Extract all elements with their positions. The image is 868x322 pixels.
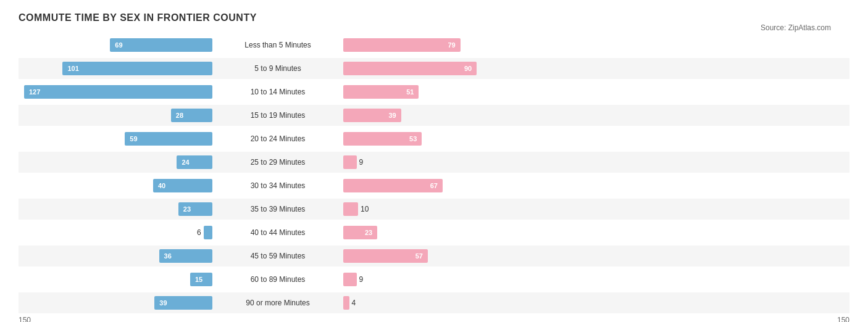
chart-wrapper: COMMUTE TIME BY SEX IN FRONTIER COUNTY S… (19, 12, 849, 322)
row-label-4: 20 to 24 Minutes (216, 134, 340, 143)
row-label-2: 10 to 14 Minutes (216, 88, 340, 96)
table-row: 24 25 to 29 Minutes 9 (19, 152, 849, 173)
right-section-3: 39 (340, 105, 537, 126)
female-value-7: 10 (361, 205, 369, 213)
female-value-5: 9 (359, 158, 364, 167)
female-value-11: 4 (352, 299, 356, 307)
male-value-11: 39 (157, 299, 169, 307)
left-section-3: 28 (19, 105, 216, 126)
left-section-2: 127 (19, 81, 216, 102)
table-row: 6 40 to 44 Minutes 23 (19, 222, 849, 243)
left-section-8: 6 (19, 222, 216, 243)
female-value-4: 53 (407, 135, 419, 142)
right-section-1: 90 (340, 58, 537, 79)
bar-female-11 (343, 296, 349, 310)
bar-female-2: 51 (343, 85, 419, 99)
left-section-7: 23 (19, 199, 216, 220)
male-value-1: 101 (65, 65, 81, 72)
row-label-8: 40 to 44 Minutes (216, 228, 340, 237)
male-value-9: 36 (162, 252, 174, 260)
left-section-11: 39 (19, 292, 216, 313)
table-row: 40 30 to 34 Minutes 67 (19, 175, 849, 196)
table-row: 36 45 to 59 Minutes 57 (19, 246, 849, 266)
female-value-0: 79 (445, 41, 457, 49)
row-label-1: 5 to 9 Minutes (216, 64, 340, 73)
table-row: 23 35 to 39 Minutes 10 (19, 199, 849, 220)
chart-area: 69 Less than 5 Minutes 79 101 5 to 9 Min… (19, 35, 849, 313)
right-section-2: 51 (340, 81, 537, 102)
male-value-8: 6 (197, 228, 201, 237)
left-section-1: 101 (19, 58, 216, 79)
right-section-8: 23 (340, 222, 537, 243)
table-row: 127 10 to 14 Minutes 51 (19, 81, 849, 102)
left-section-9: 36 (19, 246, 216, 266)
right-section-9: 57 (340, 246, 537, 266)
bar-male-3: 28 (171, 109, 212, 122)
female-value-10: 9 (359, 275, 364, 284)
bar-male-4: 59 (125, 132, 212, 146)
row-label-11: 90 or more Minutes (216, 299, 340, 307)
axis-right-label: 150 (837, 316, 849, 322)
right-section-5: 9 (340, 152, 537, 173)
left-section-10: 15 (19, 269, 216, 290)
female-value-2: 51 (404, 88, 416, 96)
bar-female-5 (343, 155, 357, 169)
bar-male-10: 15 (190, 273, 212, 286)
bar-male-11: 39 (154, 296, 212, 310)
left-section-4: 59 (19, 128, 216, 149)
male-value-10: 15 (193, 276, 205, 283)
bar-female-7 (343, 202, 358, 216)
female-value-3: 39 (386, 112, 398, 119)
right-section-10: 9 (340, 269, 537, 290)
bar-female-1: 90 (343, 62, 477, 75)
right-section-11: 4 (340, 292, 537, 313)
male-value-5: 24 (179, 159, 191, 166)
row-label-9: 45 to 59 Minutes (216, 252, 340, 260)
female-value-8: 23 (362, 229, 375, 236)
table-row: 69 Less than 5 Minutes 79 (19, 35, 849, 56)
table-row: 39 90 or more Minutes 4 (19, 292, 849, 313)
right-section-7: 10 (340, 199, 537, 220)
male-value-2: 127 (27, 88, 43, 96)
table-row: 101 5 to 9 Minutes 90 (19, 58, 849, 79)
right-section-0: 79 (340, 35, 537, 56)
male-value-3: 28 (173, 112, 186, 119)
table-row: 15 60 to 89 Minutes 9 (19, 269, 849, 290)
left-section-0: 69 (19, 35, 216, 56)
bar-male-1: 101 (62, 62, 212, 75)
right-section-6: 67 (340, 175, 537, 196)
chart-title: COMMUTE TIME BY SEX IN FRONTIER COUNTY (19, 12, 849, 23)
bar-female-6: 67 (343, 179, 443, 192)
left-section-6: 40 (19, 175, 216, 196)
bar-female-4: 53 (343, 132, 422, 146)
male-value-0: 69 (112, 41, 125, 49)
male-value-4: 59 (127, 135, 140, 142)
row-label-5: 25 to 29 Minutes (216, 158, 340, 167)
table-row: 59 20 to 24 Minutes 53 (19, 128, 849, 149)
row-label-10: 60 to 89 Minutes (216, 275, 340, 284)
axis-labels: 150 150 (19, 316, 849, 322)
male-value-7: 23 (181, 205, 193, 213)
bar-male-6: 40 (153, 179, 212, 192)
female-value-9: 57 (413, 252, 425, 260)
row-label-3: 15 to 19 Minutes (216, 111, 340, 120)
bar-male-0: 69 (110, 38, 212, 52)
source-label: Source: ZipAtlas.com (761, 23, 831, 32)
left-section-5: 24 (19, 152, 216, 173)
row-label-7: 35 to 39 Minutes (216, 205, 340, 213)
table-row: 28 15 to 19 Minutes 39 (19, 105, 849, 126)
male-value-6: 40 (156, 182, 168, 189)
bar-male-2: 127 (24, 85, 212, 99)
bar-female-0: 79 (343, 38, 461, 52)
female-value-6: 67 (428, 182, 440, 189)
right-section-4: 53 (340, 128, 537, 149)
axis-left-label: 150 (19, 316, 31, 322)
bar-female-8: 23 (343, 226, 377, 239)
row-label-0: Less than 5 Minutes (216, 41, 340, 49)
bar-female-9: 57 (343, 249, 428, 263)
female-value-1: 90 (462, 65, 474, 72)
bar-female-3: 39 (343, 109, 401, 122)
row-label-6: 30 to 34 Minutes (216, 181, 340, 190)
bar-male-9: 36 (159, 249, 212, 263)
bar-male-5: 24 (177, 155, 212, 169)
